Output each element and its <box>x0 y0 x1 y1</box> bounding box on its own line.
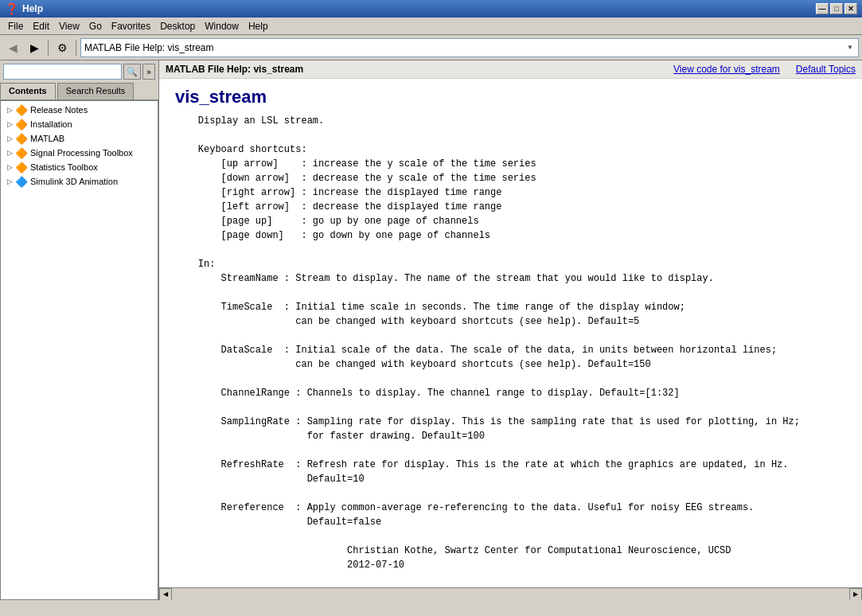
icon-installation: 🔶 <box>15 118 28 131</box>
menu-view[interactable]: View <box>54 19 84 33</box>
left-panel: 🔍 » Contents Search Results ▷ 🔶 Release … <box>0 60 159 600</box>
tab-contents[interactable]: Contents <box>0 83 56 99</box>
back-button[interactable]: ◀ <box>3 38 22 57</box>
toolbar-separator-2 <box>76 40 76 56</box>
hscroll-right-button[interactable]: ▶ <box>849 588 862 601</box>
expand-icon-signal-processing[interactable]: ▷ <box>4 147 15 158</box>
icon-signal-processing: 🔶 <box>15 146 28 159</box>
close-button[interactable]: ✕ <box>844 3 857 14</box>
menu-bar: File Edit View Go Favorites Desktop Wind… <box>0 18 862 35</box>
menu-go[interactable]: Go <box>84 19 107 33</box>
address-bar-input[interactable] <box>84 42 845 53</box>
default-topics-link[interactable]: Default Topics <box>796 64 856 75</box>
address-dropdown-icon[interactable]: ▼ <box>845 44 855 51</box>
hscroll-left-button[interactable]: ◀ <box>159 588 172 601</box>
title-bar-icon: ❓ <box>5 2 18 15</box>
icon-statistics: 🔶 <box>15 161 28 173</box>
tree-item-release-notes[interactable]: ▷ 🔶 Release Notes <box>1 103 158 117</box>
tree-item-signal-processing[interactable]: ▷ 🔶 Signal Processing Toolbox <box>1 146 158 160</box>
tabs: Contents Search Results <box>0 83 158 100</box>
menu-edit[interactable]: Edit <box>28 19 54 33</box>
expand-icon-matlab[interactable]: ▷ <box>4 133 15 144</box>
help-content[interactable]: vis_stream Display an LSL stream. Keyboa… <box>159 79 862 587</box>
label-matlab: MATLAB <box>30 134 64 143</box>
search-button[interactable]: 🔍 <box>123 64 141 80</box>
help-header-title: MATLAB File Help: vis_stream <box>166 64 673 75</box>
menu-window[interactable]: Window <box>200 19 244 33</box>
expand-icon-installation[interactable]: ▷ <box>4 119 15 130</box>
expand-icon-statistics[interactable]: ▷ <box>4 162 15 173</box>
icon-matlab: 🔶 <box>15 132 28 145</box>
label-statistics: Statistics Toolbox <box>30 162 98 172</box>
forward-button[interactable]: ▶ <box>25 38 44 57</box>
tree-item-matlab[interactable]: ▷ 🔶 MATLAB <box>1 131 158 146</box>
maximize-button[interactable]: □ <box>830 3 843 14</box>
sync-button[interactable]: ⚙ <box>53 38 72 57</box>
label-installation: Installation <box>30 119 72 129</box>
icon-release-notes: 🔶 <box>15 103 28 116</box>
title-bar: ❓ Help — □ ✕ <box>0 0 862 18</box>
title-bar-title: Help <box>22 3 43 14</box>
menu-favorites[interactable]: Favorites <box>107 19 155 33</box>
function-title: vis_stream <box>175 87 846 107</box>
menu-help[interactable]: Help <box>244 19 273 33</box>
tree-item-installation[interactable]: ▷ 🔶 Installation <box>1 117 158 131</box>
horizontal-scrollbar: ◀ ▶ <box>159 587 862 600</box>
collapse-button[interactable]: » <box>142 64 155 80</box>
menu-file[interactable]: File <box>3 19 28 33</box>
address-bar-container: ▼ <box>80 38 859 57</box>
tree-item-statistics[interactable]: ▷ 🔶 Statistics Toolbox <box>1 160 158 174</box>
label-release-notes: Release Notes <box>30 105 88 115</box>
help-header: MATLAB File Help: vis_stream View code f… <box>159 60 862 79</box>
menu-desktop[interactable]: Desktop <box>155 19 200 33</box>
expand-icon-release-notes[interactable]: ▷ <box>4 104 15 115</box>
function-body: Display an LSL stream. Keyboard shortcut… <box>175 114 846 587</box>
search-input[interactable] <box>3 64 122 80</box>
icon-simulink: 🔷 <box>15 175 28 188</box>
view-code-link[interactable]: View code for vis_stream <box>673 64 780 75</box>
tab-search-results[interactable]: Search Results <box>57 83 135 99</box>
minimize-button[interactable]: — <box>816 3 829 14</box>
label-simulink: Simulink 3D Animation <box>30 177 118 186</box>
toolbar-separator-1 <box>48 40 49 56</box>
right-panel: MATLAB File Help: vis_stream View code f… <box>159 60 862 600</box>
label-signal-processing: Signal Processing Toolbox <box>30 148 133 158</box>
expand-icon-simulink[interactable]: ▷ <box>4 176 15 187</box>
search-container: 🔍 » <box>0 60 158 83</box>
tree-item-simulink[interactable]: ▷ 🔷 Simulink 3D Animation <box>1 174 158 189</box>
toolbar: ◀ ▶ ⚙ ▼ <box>0 35 862 60</box>
tree: ▷ 🔶 Release Notes ▷ 🔶 Installation ▷ 🔶 M… <box>0 100 158 600</box>
hscroll-track[interactable] <box>172 588 849 600</box>
